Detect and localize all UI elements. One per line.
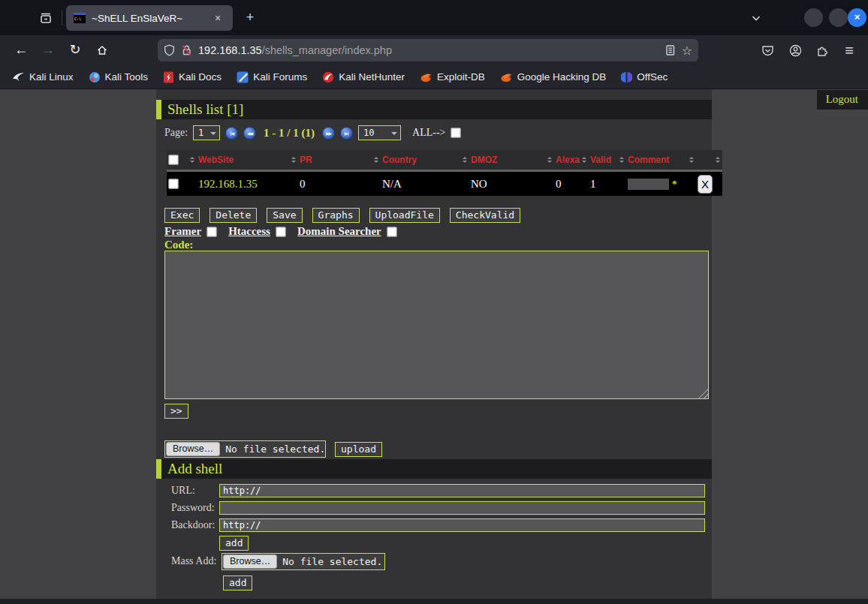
save-button[interactable]: Save (267, 208, 302, 223)
framer-checkbox[interactable] (206, 227, 217, 237)
code-textarea[interactable] (164, 251, 709, 399)
bookmark-kali-forums[interactable]: Kali Forums (231, 69, 313, 86)
run-code-button[interactable]: >> (164, 404, 188, 419)
tab-title: ~ShELL EnSlaVeR~ (92, 13, 204, 24)
password-label: Password: (171, 502, 215, 514)
tab-manager-icon[interactable] (36, 9, 56, 27)
domain-searcher-link[interactable]: Domain Searcher (297, 225, 381, 238)
url-label: URL: (171, 485, 195, 497)
url-bar[interactable]: 192.168.1.35/shells_manager/index.php ☆ (158, 39, 698, 62)
row-valid: 1 (590, 178, 596, 191)
tab-overview-icon (39, 11, 53, 25)
bookmark-kali-nethunter[interactable]: Kali NetHunter (316, 69, 411, 86)
htaccess-link[interactable]: Htaccess (228, 225, 270, 238)
checkvalid-button[interactable]: CheckValid (450, 208, 520, 223)
sort-icon[interactable] (463, 157, 467, 163)
backdoor-label: Backdoor: (171, 519, 215, 531)
action-buttons: Exec Delete Save Graphs UploadFile Check… (164, 208, 520, 223)
kali-docs-icon (163, 71, 174, 83)
sort-icon[interactable] (619, 157, 624, 163)
col-pr: PR (300, 155, 312, 165)
table-header-row: WebSite PR Country DMOZ Alexa Valid Comm… (167, 150, 722, 170)
first-page-button[interactable]: |◀ (225, 127, 238, 140)
graphs-button[interactable]: Graphs (312, 208, 360, 223)
list-tabs-chevron-icon[interactable] (747, 11, 765, 26)
menu-hamburger-icon[interactable]: ≡ (838, 40, 860, 61)
remove-row-button[interactable]: X (698, 175, 713, 194)
pocket-icon[interactable] (756, 40, 779, 61)
mass-browse-button[interactable]: Browse… (223, 554, 277, 569)
htaccess-checkbox[interactable] (276, 227, 286, 237)
bookmark-google-hacking-db[interactable]: Google Hacking DB (494, 69, 613, 85)
tab-favicon-icon: C:\ (74, 13, 86, 23)
tab-close-icon[interactable]: × (210, 11, 225, 26)
row-country: N/A (382, 178, 402, 191)
window-minimize-button[interactable] (804, 8, 823, 27)
sort-icon[interactable] (547, 157, 552, 163)
reload-button[interactable]: ↻ (65, 40, 86, 61)
sort-icon[interactable] (582, 157, 586, 163)
prev-page-button[interactable]: ◀◀ (243, 127, 256, 140)
domain-searcher-checkbox[interactable] (387, 227, 397, 237)
bookmark-kali-tools[interactable]: Kali Tools (83, 69, 155, 86)
sort-icon[interactable] (716, 157, 720, 163)
page-select[interactable]: 1 (193, 125, 220, 140)
url-text[interactable]: 192.168.1.35/shells_manager/index.php (198, 44, 659, 56)
header-select-all-checkbox[interactable] (168, 155, 179, 165)
new-tab-button[interactable]: + (240, 9, 260, 27)
sort-icon[interactable] (291, 157, 296, 163)
sort-icon[interactable] (190, 157, 194, 163)
col-alexa: Alexa (556, 155, 580, 165)
last-page-button[interactable]: ▶| (340, 127, 353, 140)
required-asterisk: * (672, 178, 677, 190)
shells-list-header: Shells list [1] (156, 100, 712, 119)
uploadfile-button[interactable]: UploadFile (369, 208, 440, 223)
home-button[interactable] (92, 40, 113, 61)
sort-icon[interactable] (689, 157, 694, 163)
tab-separator (62, 10, 62, 26)
bookmark-offsec[interactable]: OffSec (615, 69, 674, 86)
home-icon (96, 44, 108, 56)
browser-tab[interactable]: C:\ ~ShELL EnSlaVeR~ × (66, 5, 233, 31)
back-button[interactable]: ← (11, 40, 32, 61)
bookmark-kali-linux[interactable]: Kali Linux (6, 69, 80, 85)
code-label: Code: (164, 239, 193, 251)
toggle-links-row: Framer Htaccess Domain Searcher (164, 225, 403, 238)
bookmark-star-icon[interactable]: ☆ (682, 44, 692, 58)
url-input[interactable] (219, 484, 705, 497)
add-shell-button[interactable]: add (219, 536, 249, 551)
per-page-select[interactable]: 10 (358, 125, 401, 140)
select-all-checkbox[interactable] (451, 128, 461, 138)
upload-button[interactable]: upload (335, 442, 382, 457)
file-input[interactable]: Browse… No file selected. (164, 440, 326, 458)
row-website-link[interactable]: 192.168.1.35 (198, 178, 258, 191)
password-input[interactable] (219, 501, 705, 515)
row-checkbox[interactable] (168, 179, 179, 189)
row-pr: 0 (300, 178, 306, 191)
framer-link[interactable]: Framer (164, 225, 201, 238)
reader-mode-icon[interactable] (665, 44, 676, 56)
exec-button[interactable]: Exec (164, 208, 200, 223)
delete-button[interactable]: Delete (209, 208, 257, 223)
mass-add-button[interactable]: add (223, 575, 252, 590)
sort-icon[interactable] (374, 157, 378, 163)
add-shell-header: Add shell (156, 459, 712, 479)
extensions-puzzle-icon[interactable] (811, 40, 833, 61)
window-maximize-button[interactable] (829, 8, 848, 27)
next-page-button[interactable]: ▶▶ (322, 127, 335, 140)
forward-button[interactable]: → (38, 40, 59, 61)
backdoor-input[interactable] (219, 518, 705, 532)
account-icon[interactable] (784, 40, 806, 61)
insecure-lock-icon[interactable] (181, 44, 192, 56)
col-website: WebSite (198, 155, 234, 165)
logout-button[interactable]: Logout (817, 90, 868, 110)
bookmark-exploit-db[interactable]: Exploit-DB (414, 69, 491, 85)
mass-add-file-input[interactable]: Browse… No file selected. (222, 553, 385, 570)
col-dmoz: DMOZ (471, 155, 497, 165)
window-close-button[interactable]: × (848, 8, 866, 27)
bookmark-kali-docs[interactable]: Kali Docs (157, 69, 228, 86)
shield-icon[interactable] (164, 44, 175, 56)
browse-button[interactable]: Browse… (166, 442, 220, 456)
bookmarks-bar: Kali Linux Kali Tools Kali Docs Kali For… (0, 65, 868, 89)
comment-input[interactable] (628, 179, 669, 190)
